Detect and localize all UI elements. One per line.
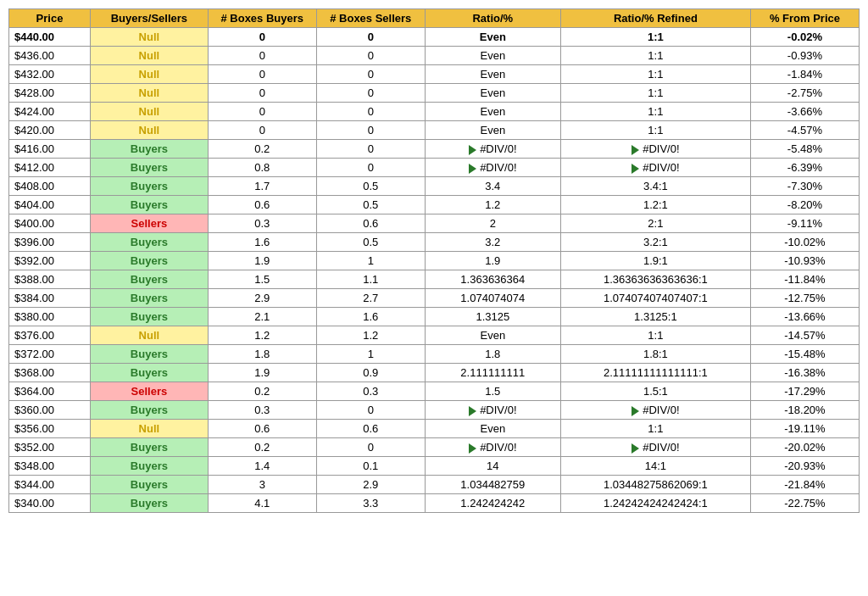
from-price-cell: -22.75% xyxy=(750,494,859,513)
price-cell: $376.00 xyxy=(9,326,91,345)
boxes-buyers-cell: 0.8 xyxy=(208,159,316,177)
boxes-buyers-cell: 4.1 xyxy=(208,494,316,513)
buyers-sellers-cell: Null xyxy=(91,121,209,140)
table-row: $392.00Buyers1.911.91.9:1-10.93% xyxy=(9,252,860,270)
price-cell: $352.00 xyxy=(9,438,91,457)
buyers-sellers-cell: Buyers xyxy=(91,196,209,214)
buyers-sellers-cell: Buyers xyxy=(91,308,209,326)
table-row: $400.00Sellers0.30.622:1-9.11% xyxy=(9,214,860,233)
ratio-refined-cell: 1:1 xyxy=(560,326,750,345)
boxes-buyers-cell: 1.2 xyxy=(208,326,316,345)
table-row: $420.00Null00Even1:1-4.57% xyxy=(9,121,860,140)
price-cell: $408.00 xyxy=(9,177,91,196)
boxes-buyers-cell: 1.9 xyxy=(208,252,316,270)
buyers-sellers-cell: Buyers xyxy=(91,364,209,382)
from-price-cell: -17.29% xyxy=(750,382,859,401)
table-row: $404.00Buyers0.60.51.21.2:1-8.20% xyxy=(9,196,860,214)
table-row: $396.00Buyers1.60.53.23.2:1-10.02% xyxy=(9,233,860,252)
ratio-cell: 2 xyxy=(425,214,560,233)
buyers-sellers-cell: Buyers xyxy=(91,438,209,457)
ratio-cell: 1.034482759 xyxy=(425,476,560,494)
ratio-refined-cell: 1:1 xyxy=(560,121,750,140)
price-cell: $392.00 xyxy=(9,252,91,270)
boxes-buyers-cell: 1.4 xyxy=(208,457,316,476)
buyers-sellers-cell: Buyers xyxy=(91,345,209,364)
from-price-cell: -10.02% xyxy=(750,233,859,252)
col-header-1: Buyers/Sellers xyxy=(91,9,209,28)
buyers-sellers-cell: Buyers xyxy=(91,159,209,177)
boxes-buyers-cell: 0.6 xyxy=(208,420,316,438)
from-price-cell: -14.57% xyxy=(750,326,859,345)
boxes-sellers-cell: 0.9 xyxy=(316,364,425,382)
table-row: $428.00Null00Even1:1-2.75% xyxy=(9,84,860,103)
table-row: $352.00Buyers0.20#DIV/0!#DIV/0!-20.02% xyxy=(9,438,860,457)
boxes-buyers-cell: 2.1 xyxy=(208,308,316,326)
boxes-sellers-cell: 0.6 xyxy=(316,214,425,233)
ratio-refined-cell: 1.03448275862069:1 xyxy=(560,476,750,494)
from-price-cell: -15.48% xyxy=(750,345,859,364)
boxes-sellers-cell: 0.5 xyxy=(316,196,425,214)
from-price-cell: -4.57% xyxy=(750,121,859,140)
from-price-cell: -18.20% xyxy=(750,401,859,420)
table-row: $380.00Buyers2.11.61.31251.3125:1-13.66% xyxy=(9,308,860,326)
ratio-cell: Even xyxy=(425,121,560,140)
buyers-sellers-cell: Buyers xyxy=(91,177,209,196)
boxes-buyers-cell: 0 xyxy=(208,65,316,84)
price-cell: $404.00 xyxy=(9,196,91,214)
boxes-sellers-cell: 2.7 xyxy=(316,289,425,308)
ratio-refined-cell: 1:1 xyxy=(560,65,750,84)
boxes-sellers-cell: 0 xyxy=(316,159,425,177)
table-row: $372.00Buyers1.811.81.8:1-15.48% xyxy=(9,345,860,364)
boxes-sellers-cell: 1 xyxy=(316,345,425,364)
buyers-sellers-cell: Sellers xyxy=(91,214,209,233)
table-row: $440.00Null00Even1:1-0.02% xyxy=(9,28,860,47)
ratio-refined-cell: 1.24242424242424:1 xyxy=(560,494,750,513)
buyers-sellers-cell: Buyers xyxy=(91,494,209,513)
ratio-cell: #DIV/0! xyxy=(425,159,560,177)
boxes-sellers-cell: 2.9 xyxy=(316,476,425,494)
ratio-cell: Even xyxy=(425,326,560,345)
table-row: $436.00Null00Even1:1-0.93% xyxy=(9,47,860,65)
ratio-refined-cell: #DIV/0! xyxy=(560,438,750,457)
table-row: $416.00Buyers0.20#DIV/0!#DIV/0!-5.48% xyxy=(9,140,860,159)
boxes-buyers-cell: 1.9 xyxy=(208,364,316,382)
ratio-cell: Even xyxy=(425,28,560,47)
buyers-sellers-cell: Null xyxy=(91,326,209,345)
ratio-refined-cell: 1.2:1 xyxy=(560,196,750,214)
from-price-cell: -20.93% xyxy=(750,457,859,476)
table-row: $388.00Buyers1.51.11.3636363641.36363636… xyxy=(9,270,860,289)
table-row: $424.00Null00Even1:1-3.66% xyxy=(9,103,860,121)
price-cell: $380.00 xyxy=(9,308,91,326)
boxes-sellers-cell: 1.2 xyxy=(316,326,425,345)
price-cell: $436.00 xyxy=(9,47,91,65)
triangle-icon xyxy=(469,145,476,155)
ratio-cell: Even xyxy=(425,103,560,121)
from-price-cell: -16.38% xyxy=(750,364,859,382)
buyers-sellers-cell: Null xyxy=(91,420,209,438)
ratio-cell: 1.5 xyxy=(425,382,560,401)
ratio-cell: 3.2 xyxy=(425,233,560,252)
ratio-refined-cell: 1:1 xyxy=(560,47,750,65)
boxes-sellers-cell: 3.3 xyxy=(316,494,425,513)
triangle-icon xyxy=(469,164,476,174)
boxes-sellers-cell: 1.1 xyxy=(316,270,425,289)
boxes-buyers-cell: 3 xyxy=(208,476,316,494)
price-cell: $364.00 xyxy=(9,382,91,401)
ratio-refined-cell: 1.9:1 xyxy=(560,252,750,270)
boxes-sellers-cell: 0 xyxy=(316,121,425,140)
boxes-sellers-cell: 0 xyxy=(316,28,425,47)
ratio-refined-cell: 1.5:1 xyxy=(560,382,750,401)
buyers-sellers-cell: Null xyxy=(91,84,209,103)
ratio-refined-cell: 1:1 xyxy=(560,103,750,121)
boxes-buyers-cell: 0.2 xyxy=(208,140,316,159)
boxes-buyers-cell: 0 xyxy=(208,47,316,65)
boxes-sellers-cell: 1 xyxy=(316,252,425,270)
triangle-icon xyxy=(632,164,639,174)
ratio-refined-cell: 1.3125:1 xyxy=(560,308,750,326)
from-price-cell: -6.39% xyxy=(750,159,859,177)
boxes-buyers-cell: 0 xyxy=(208,121,316,140)
from-price-cell: -9.11% xyxy=(750,214,859,233)
col-header-2: # Boxes Buyers xyxy=(208,9,316,28)
table-row: $368.00Buyers1.90.92.1111111112.11111111… xyxy=(9,364,860,382)
boxes-sellers-cell: 1.6 xyxy=(316,308,425,326)
